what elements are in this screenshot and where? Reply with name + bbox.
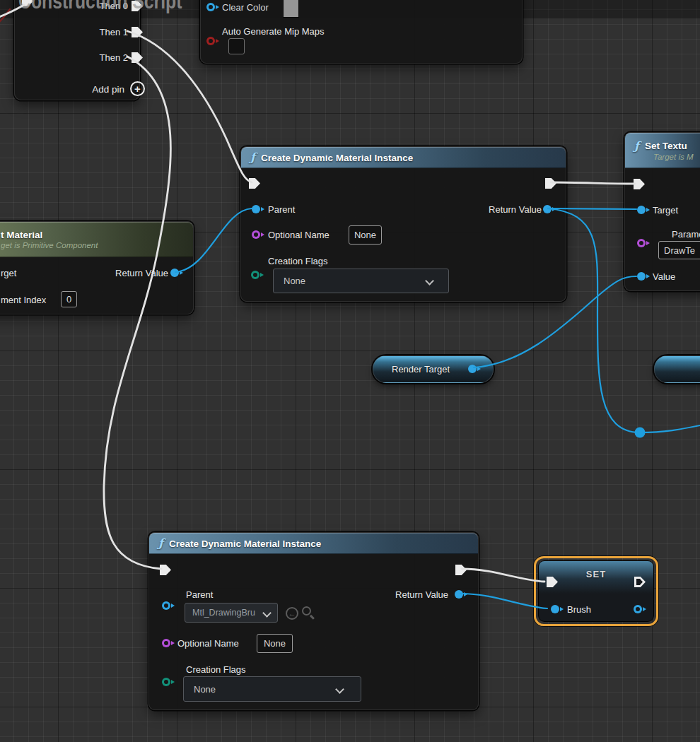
exec-out-pin[interactable] (455, 565, 467, 575)
creation-flags-label: Creation Flags (186, 664, 246, 675)
value-pin[interactable] (637, 272, 646, 281)
optional-name-pin[interactable] (252, 230, 260, 239)
function-icon: ƒ (634, 141, 639, 152)
return-value-pin[interactable] (455, 590, 463, 599)
creation-flags-value: None (284, 276, 305, 286)
then2-pin-label: Then 2 (100, 52, 128, 63)
render-target-variable-node[interactable]: Render Target (373, 355, 494, 383)
then0-pin-label: Then 0 (100, 1, 128, 11)
function-icon: ƒ (250, 152, 255, 163)
parameter-label: Parameter (672, 229, 700, 240)
node-title: t Material (0, 230, 42, 240)
node-title: Create Dynamic Material Instance (261, 153, 413, 163)
creation-flags-dropdown[interactable]: None (183, 676, 361, 702)
exec-out-pin[interactable] (634, 577, 646, 587)
then0-exec-pin[interactable] (132, 1, 143, 11)
exec-in-pin[interactable] (22, 0, 33, 6)
function-icon: ƒ (158, 538, 163, 549)
creation-flags-pin[interactable] (251, 271, 259, 279)
parent-asset-value: Mtl_DrawingBru (192, 608, 255, 618)
brush-output-pin[interactable] (634, 605, 642, 613)
value-pin-label: Value (653, 271, 675, 282)
then2-exec-pin[interactable] (132, 52, 143, 63)
brush-pin-label: Brush (567, 604, 591, 615)
node-header[interactable]: ƒ Create Dynamic Material Instance (149, 533, 478, 554)
add-pin-label: Add pin (92, 84, 124, 95)
clear-color-pin[interactable] (206, 3, 215, 11)
browse-asset-icon[interactable] (302, 606, 311, 616)
parent-pin-label: Parent (268, 204, 295, 215)
texture-settings-node[interactable]: Clear Color Auto Generate Mip Maps (200, 0, 523, 64)
variable-label: Render Target (392, 364, 450, 375)
exec-out-pin[interactable] (545, 178, 556, 189)
creation-flags-label: Creation Flags (268, 256, 328, 266)
optional-name-input[interactable]: None (349, 225, 382, 245)
variable-node-clipped[interactable] (654, 355, 700, 383)
get-material-node[interactable]: t Material get is Primitive Component rg… (0, 221, 194, 314)
chevron-down-icon (335, 685, 344, 694)
return-value-label: Return Value (395, 589, 448, 600)
return-value-label: Return Value (489, 204, 542, 215)
node-subtitle: get is Primitive Component (0, 241, 98, 249)
optional-name-pin[interactable] (162, 639, 170, 647)
clear-color-swatch[interactable] (283, 0, 299, 18)
parameter-pin[interactable] (637, 239, 646, 247)
target-pin-label: Target (653, 205, 678, 216)
creation-flags-dropdown[interactable]: None (273, 269, 449, 293)
return-value-pin[interactable] (170, 269, 179, 277)
node-header[interactable]: t Material get is Primitive Component (0, 222, 193, 257)
optional-name-input[interactable]: None (257, 634, 293, 653)
set-brush-variable-node[interactable]: SET Brush (538, 560, 654, 622)
then1-pin-label: Then 1 (100, 27, 128, 37)
target-pin[interactable] (637, 206, 646, 214)
chevron-down-icon (262, 608, 272, 618)
element-index-input[interactable]: 0 (61, 291, 77, 307)
node-title: Create Dynamic Material Instance (169, 538, 321, 549)
auto-mip-label: Auto Generate Mip Maps (222, 26, 325, 37)
exec-in-pin[interactable] (160, 565, 171, 575)
creation-flags-pin[interactable] (162, 678, 170, 686)
parent-asset-dropdown[interactable]: Mtl_DrawingBru (185, 603, 278, 623)
sequence-node[interactable]: Then 0 Then 1 Then 2 Add pin + (14, 0, 140, 100)
use-selected-asset-icon[interactable]: ← (286, 607, 298, 620)
parent-pin[interactable] (162, 601, 170, 610)
then1-exec-pin[interactable] (132, 27, 143, 37)
auto-mip-bool-pin[interactable] (206, 37, 215, 45)
render-target-output-pin[interactable] (468, 365, 477, 373)
target-pin-label: rget (1, 268, 16, 278)
return-value-pin[interactable] (543, 205, 552, 213)
create-dynamic-material-instance-node-2[interactable]: ƒ Create Dynamic Material Instance Paren… (148, 532, 479, 710)
create-dynamic-material-instance-node-1[interactable]: ƒ Create Dynamic Material Instance Paren… (240, 146, 566, 302)
parameter-input[interactable]: DrawTe (658, 241, 700, 259)
return-value-label: Return Value (115, 268, 168, 278)
set-texture-parameter-node[interactable]: ƒ Set Textu Target is M Target Parameter… (624, 132, 700, 291)
parent-pin[interactable] (252, 205, 260, 213)
exec-in-pin[interactable] (547, 577, 558, 587)
auto-mip-checkbox[interactable] (228, 38, 245, 54)
brush-input-pin[interactable] (551, 605, 559, 613)
node-title: Set Textu (645, 141, 687, 151)
clear-color-label: Clear Color (222, 2, 269, 13)
exec-in-pin[interactable] (249, 178, 260, 189)
node-subtitle: Target is M (634, 153, 693, 161)
optional-name-label: Optional Name (177, 638, 239, 649)
chevron-down-icon (425, 276, 434, 285)
add-pin-icon[interactable]: + (130, 81, 145, 96)
node-header[interactable]: ƒ Create Dynamic Material Instance (241, 147, 566, 168)
parent-pin-label: Parent (186, 589, 213, 600)
node-header[interactable]: ƒ Set Textu Target is M (625, 133, 700, 168)
element-index-label: ment Index (1, 295, 46, 305)
optional-name-label: Optional Name (268, 230, 329, 240)
exec-in-pin[interactable] (634, 179, 645, 189)
creation-flags-value: None (194, 684, 216, 695)
